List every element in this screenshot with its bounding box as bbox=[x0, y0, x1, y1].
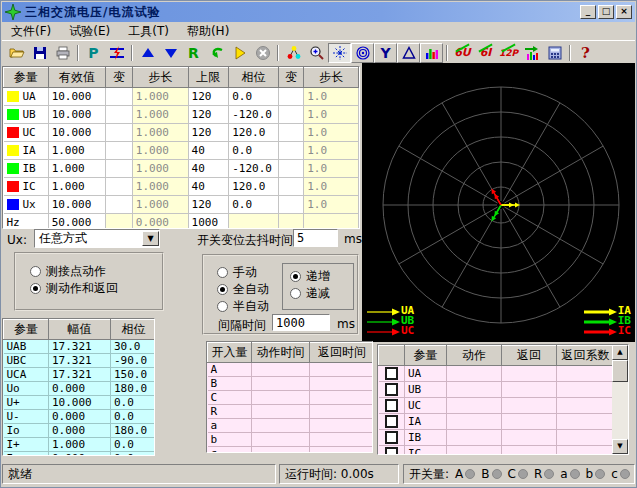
cell[interactable]: 1.000 bbox=[132, 88, 188, 106]
cell[interactable]: 120 bbox=[188, 88, 229, 106]
cell[interactable]: 0.0 bbox=[229, 88, 279, 106]
print-button[interactable] bbox=[51, 43, 74, 63]
interval-input[interactable] bbox=[272, 314, 330, 331]
cell[interactable]: 1.000 bbox=[48, 178, 106, 196]
cell[interactable]: 1.0 bbox=[304, 88, 359, 106]
cell[interactable]: 1.000 bbox=[132, 124, 188, 142]
cell[interactable] bbox=[106, 142, 132, 160]
vector-view-button[interactable] bbox=[328, 43, 351, 63]
reset-button[interactable]: R bbox=[182, 43, 205, 63]
vector-node-button[interactable] bbox=[282, 43, 305, 63]
cell[interactable]: 0.0 bbox=[229, 196, 279, 214]
row-checkbox[interactable] bbox=[385, 447, 398, 456]
cell[interactable]: 10.000 bbox=[48, 106, 106, 124]
stop-test-button[interactable] bbox=[251, 43, 274, 63]
cell[interactable] bbox=[106, 106, 132, 124]
cell[interactable]: 40 bbox=[188, 160, 229, 178]
cell[interactable]: 40 bbox=[188, 178, 229, 196]
minimize-button[interactable]: _ bbox=[580, 5, 596, 19]
radio-circle-icon[interactable] bbox=[30, 266, 41, 277]
cell[interactable]: 1.000 bbox=[132, 178, 188, 196]
harmonic-output-button[interactable] bbox=[520, 43, 543, 63]
cell[interactable] bbox=[106, 178, 132, 196]
cell[interactable]: 50.000 bbox=[48, 214, 106, 230]
cell[interactable]: 1.000 bbox=[132, 142, 188, 160]
cell[interactable] bbox=[229, 214, 279, 230]
radio-circle-icon[interactable] bbox=[30, 283, 41, 294]
decrease-button[interactable] bbox=[159, 43, 182, 63]
6u-output-button[interactable]: 6U bbox=[451, 43, 474, 63]
scroll-up-button[interactable]: ▲ bbox=[612, 345, 628, 360]
start-test-button[interactable] bbox=[228, 43, 251, 63]
cell[interactable]: 120.0 bbox=[229, 178, 279, 196]
6i-output-button[interactable]: 6I bbox=[474, 43, 497, 63]
cell[interactable]: UA bbox=[4, 88, 49, 106]
cell[interactable]: 120 bbox=[188, 106, 229, 124]
cell[interactable]: 1.000 bbox=[132, 196, 188, 214]
radio-option[interactable]: 递增 bbox=[290, 268, 353, 285]
radio-circle-icon[interactable] bbox=[217, 301, 228, 312]
cell[interactable]: IA bbox=[4, 142, 49, 160]
undo-button[interactable] bbox=[205, 43, 228, 63]
cell[interactable]: 1.000 bbox=[48, 142, 106, 160]
p-settings-button[interactable]: P bbox=[82, 43, 105, 63]
scroll-down-button[interactable]: ▼ bbox=[612, 439, 628, 454]
cell[interactable]: 1000 bbox=[188, 214, 229, 230]
cell[interactable]: 1.000 bbox=[132, 160, 188, 178]
cell[interactable]: IC bbox=[4, 178, 49, 196]
cell[interactable]: 0.0 bbox=[229, 142, 279, 160]
radio-circle-icon[interactable] bbox=[217, 284, 228, 295]
close-button[interactable]: × bbox=[616, 5, 632, 19]
radio-circle-icon[interactable] bbox=[217, 267, 228, 278]
cell[interactable] bbox=[278, 214, 303, 230]
cell[interactable] bbox=[106, 214, 132, 230]
row-checkbox[interactable] bbox=[385, 383, 398, 396]
row-checkbox[interactable] bbox=[385, 399, 398, 412]
cell[interactable]: -120.0 bbox=[229, 160, 279, 178]
cell[interactable]: 1.0 bbox=[304, 106, 359, 124]
cell[interactable]: 0.000 bbox=[132, 214, 188, 230]
delta-connection-button[interactable] bbox=[397, 43, 420, 63]
row-checkbox[interactable] bbox=[385, 431, 398, 444]
cell[interactable]: Ux bbox=[4, 196, 49, 214]
menu-item-help[interactable]: 帮助(H) bbox=[178, 21, 238, 42]
cell[interactable]: 1.000 bbox=[48, 160, 106, 178]
cell[interactable]: 120 bbox=[188, 124, 229, 142]
cell[interactable] bbox=[304, 214, 359, 230]
cell[interactable]: UB bbox=[4, 106, 49, 124]
power-output-button[interactable] bbox=[105, 43, 128, 63]
menu-item-tools[interactable]: 工具(T) bbox=[119, 21, 178, 42]
cell[interactable] bbox=[106, 124, 132, 142]
menu-item-test[interactable]: 试验(E) bbox=[60, 21, 119, 42]
bar-view-button[interactable] bbox=[420, 43, 443, 63]
maximize-button[interactable]: □ bbox=[598, 5, 614, 19]
scrollbar-thumb[interactable] bbox=[612, 360, 628, 382]
cell[interactable] bbox=[278, 88, 303, 106]
radio-option[interactable]: 全自动 bbox=[217, 281, 269, 298]
cell[interactable] bbox=[278, 106, 303, 124]
vertical-scrollbar[interactable]: ▲ ▼ bbox=[612, 345, 628, 454]
12p-output-button[interactable]: 12P bbox=[497, 43, 520, 63]
cell[interactable]: 10.000 bbox=[48, 88, 106, 106]
cell[interactable]: 1.0 bbox=[304, 142, 359, 160]
cell[interactable] bbox=[278, 196, 303, 214]
zoom-button[interactable] bbox=[305, 43, 328, 63]
help-button[interactable]: ? bbox=[574, 43, 597, 63]
row-checkbox[interactable] bbox=[385, 367, 398, 380]
cell[interactable]: 1.0 bbox=[304, 124, 359, 142]
calculator-button[interactable] bbox=[543, 43, 566, 63]
cell[interactable]: 10.000 bbox=[48, 196, 106, 214]
radio-circle-icon[interactable] bbox=[290, 288, 301, 299]
cell[interactable]: UC bbox=[4, 124, 49, 142]
cell[interactable]: 1.0 bbox=[304, 196, 359, 214]
cell[interactable] bbox=[278, 178, 303, 196]
radio-option[interactable]: 测接点动作 bbox=[30, 263, 162, 280]
ux-mode-select[interactable]: 任意方式 ▼ bbox=[34, 229, 160, 248]
radio-circle-icon[interactable] bbox=[290, 271, 301, 282]
cell[interactable]: 40 bbox=[188, 142, 229, 160]
cell[interactable]: -120.0 bbox=[229, 106, 279, 124]
open-file-button[interactable] bbox=[5, 43, 28, 63]
cell[interactable]: 1.0 bbox=[304, 178, 359, 196]
menu-item-file[interactable]: 文件(F) bbox=[2, 21, 60, 42]
cell[interactable] bbox=[278, 160, 303, 178]
